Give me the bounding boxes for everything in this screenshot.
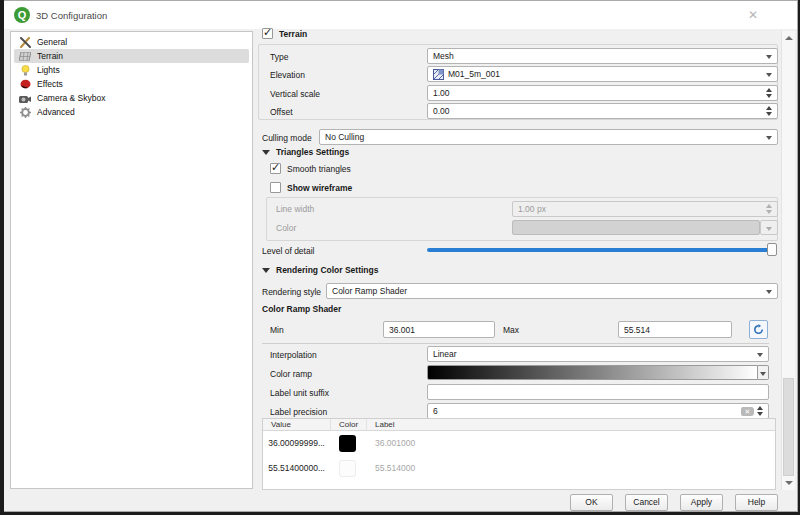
camera-icon [19, 93, 31, 104]
spinner-arrows-icon[interactable] [766, 106, 773, 116]
offset-spinbox[interactable]: 0.00 [427, 103, 778, 119]
tools-icon [19, 37, 31, 48]
row-color-swatch[interactable] [339, 460, 356, 477]
sidebar-item-label: General [37, 37, 67, 47]
close-icon[interactable]: ✕ [744, 7, 762, 23]
reload-minmax-button[interactable] [749, 320, 768, 339]
label-precision-value: 6 [433, 406, 438, 416]
color-ramp-items-table: Value Color Label 36.00099999... 36.0010… [262, 418, 776, 490]
collapse-arrow-icon[interactable] [262, 268, 270, 273]
row-color-swatch[interactable] [339, 435, 356, 452]
color-ramp-shader-title: Color Ramp Shader [262, 304, 341, 314]
spinner-arrows-icon[interactable] [757, 406, 764, 416]
cancel-button[interactable]: Cancel [625, 494, 668, 511]
vertical-scrollbar[interactable] [781, 31, 795, 490]
chevron-down-icon [757, 353, 763, 357]
chevron-down-icon [766, 73, 772, 77]
rendering-style-value: Color Ramp Shader [332, 286, 407, 296]
type-label: Type [270, 52, 288, 62]
show-wireframe-checkbox[interactable] [270, 182, 281, 193]
column-header-value[interactable]: Value [263, 419, 331, 431]
type-combobox[interactable]: Mesh [427, 48, 778, 64]
sidebar-item-effects[interactable]: Effects [14, 77, 249, 91]
scrollbar-thumb[interactable] [783, 378, 794, 476]
sidebar-item-terrain[interactable]: Terrain [14, 49, 249, 63]
color-ramp-gradient-button[interactable] [427, 365, 758, 380]
clear-value-icon[interactable]: ✕ [741, 407, 754, 416]
elevation-label: Elevation [270, 70, 305, 80]
vertical-scale-value: 1.00 [433, 88, 450, 98]
triangles-settings-title: Triangles Settings [276, 147, 349, 157]
label-precision-label: Label precision [270, 407, 327, 417]
effects-sphere-icon [19, 79, 31, 90]
row-label: 55.514000 [375, 463, 415, 473]
column-header-color[interactable]: Color [331, 419, 367, 431]
chevron-down-icon [766, 227, 772, 231]
line-width-value: 1.00 px [518, 204, 546, 214]
level-of-detail-slider-handle[interactable] [767, 243, 777, 256]
offset-label: Offset [270, 107, 293, 117]
sidebar-item-label: Advanced [37, 107, 75, 117]
label-unit-suffix-label: Label unit suffix [270, 388, 329, 398]
sidebar-item-label: Lights [37, 65, 60, 75]
culling-mode-label: Culling mode [262, 133, 312, 143]
color-ramp-label: Color ramp [270, 369, 312, 379]
elevation-combobox[interactable]: M01_5m_001 [427, 66, 778, 82]
min-input[interactable]: 36.001 [383, 321, 495, 338]
max-label: Max [503, 325, 519, 335]
help-button[interactable]: Help [735, 494, 778, 511]
row-label: 36.001000 [375, 438, 415, 448]
terrain-checkbox[interactable]: ✓ [262, 28, 273, 39]
divider [262, 343, 769, 344]
chevron-down-icon [760, 372, 766, 376]
terrain-icon [19, 51, 31, 62]
interpolation-combobox[interactable]: Linear [427, 346, 769, 362]
collapse-arrow-icon[interactable] [262, 150, 270, 155]
min-label: Min [270, 325, 284, 335]
sidebar-item-camera-skybox[interactable]: Camera & Skybox [14, 91, 249, 105]
sidebar-item-label: Effects [37, 79, 63, 89]
level-of-detail-slider-track[interactable] [427, 248, 772, 252]
spinner-arrows-icon[interactable] [766, 88, 773, 98]
max-input[interactable]: 55.514 [618, 321, 732, 338]
rendering-style-combobox[interactable]: Color Ramp Shader [326, 283, 778, 299]
rendering-style-label: Rendering style [262, 287, 321, 297]
level-of-detail-label: Level of detail [262, 246, 314, 256]
row-value: 55.51400000... [268, 463, 325, 473]
apply-button[interactable]: Apply [680, 494, 723, 511]
vertical-scale-spinbox[interactable]: 1.00 [427, 85, 778, 101]
sidebar-item-advanced[interactable]: Advanced [14, 105, 249, 119]
elevation-value: M01_5m_001 [448, 69, 500, 79]
light-bulb-icon [19, 65, 31, 76]
title-bar: Q 3D Configuration ✕ [4, 1, 797, 29]
wireframe-color-dropdown [760, 220, 778, 235]
dialog-title: 3D Configuration [36, 10, 107, 21]
sidebar-item-label: Terrain [37, 51, 63, 61]
type-value: Mesh [433, 51, 454, 61]
chevron-down-icon [766, 290, 772, 294]
min-value: 36.001 [389, 325, 415, 335]
column-header-label[interactable]: Label [367, 419, 775, 431]
rendering-color-settings-title: Rendering Color Settings [276, 265, 378, 275]
sidebar-item-lights[interactable]: Lights [14, 63, 249, 77]
chevron-down-icon [766, 136, 772, 140]
max-value: 55.514 [624, 325, 650, 335]
line-width-label: Line width [276, 204, 314, 214]
sidebar-item-general[interactable]: General [14, 35, 249, 49]
smooth-triangles-checkbox[interactable]: ✓ [270, 163, 281, 174]
advanced-gear-icon [19, 107, 31, 118]
sidebar-item-label: Camera & Skybox [37, 93, 106, 103]
qgis-logo-icon: Q [14, 7, 30, 23]
refresh-icon [753, 324, 764, 335]
line-width-spinbox: 1.00 px [512, 201, 778, 217]
settings-sidebar: General Terrain Lights Effects Camera & … [10, 31, 253, 489]
label-precision-spinbox[interactable]: 6 [427, 403, 769, 419]
label-unit-suffix-input[interactable] [427, 384, 769, 400]
scroll-down-icon[interactable] [785, 481, 793, 485]
scroll-up-icon[interactable] [785, 36, 793, 40]
color-ramp-dropdown[interactable] [758, 365, 769, 380]
vertical-scale-label: Vertical scale [270, 89, 320, 99]
culling-mode-combobox[interactable]: No Culling [319, 129, 778, 145]
ok-button[interactable]: OK [570, 494, 613, 511]
show-wireframe-label: Show wireframe [287, 183, 352, 193]
